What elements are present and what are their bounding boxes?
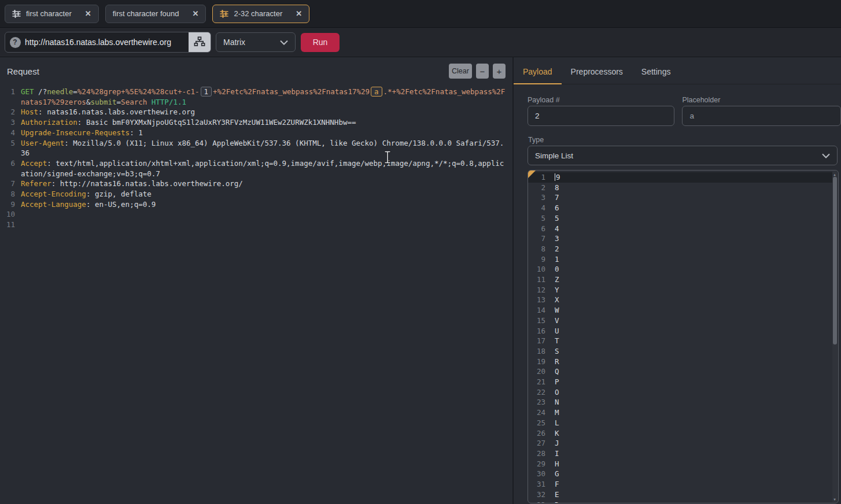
placeholder-input[interactable] bbox=[682, 106, 841, 126]
list-item: 18S bbox=[528, 346, 832, 357]
line-number: 31 bbox=[528, 479, 545, 490]
sitemap-button[interactable] bbox=[189, 32, 211, 52]
line-number: 11 bbox=[0, 220, 15, 230]
sliders-icon bbox=[220, 10, 228, 18]
scroll-up-icon[interactable]: ▲ bbox=[832, 172, 837, 176]
placeholder-marker[interactable]: 1 bbox=[201, 87, 212, 97]
decrease-font-button[interactable]: − bbox=[476, 64, 489, 79]
placeholder-label: Placeholder bbox=[682, 96, 841, 104]
line-number: 13 bbox=[528, 295, 545, 305]
request-title: Request bbox=[7, 66, 39, 76]
list-item-value: V bbox=[555, 316, 559, 326]
list-item-value: 7 bbox=[555, 192, 559, 203]
request-editor[interactable]: 1GET /?needle=%24%28grep+%5E%24%28cut+-c… bbox=[0, 85, 512, 230]
url-input[interactable] bbox=[25, 32, 189, 52]
code-line: 7Referer: http://natas16.natas.labs.over… bbox=[0, 179, 512, 189]
list-item: 11Z bbox=[528, 275, 832, 285]
payload-panel: PayloadPreprocessorsSettings Payload # P… bbox=[514, 57, 841, 504]
list-item: 14W bbox=[528, 305, 832, 316]
code-segment bbox=[147, 98, 152, 106]
text-caret bbox=[555, 173, 555, 181]
close-icon[interactable]: ✕ bbox=[296, 9, 302, 18]
list-scrollbar-thumb[interactable] bbox=[833, 177, 837, 344]
code-segment: Search bbox=[121, 98, 147, 106]
list-item-value: H bbox=[555, 459, 559, 469]
attack-toolbar: ? Matrix Run bbox=[0, 28, 841, 57]
line-number: 22 bbox=[528, 387, 545, 398]
request-panel: Request Clear − + 1GET /?needle=%24%28gr… bbox=[0, 57, 512, 504]
list-item-value: W bbox=[555, 305, 559, 316]
connection-info-button[interactable]: ? bbox=[5, 32, 25, 52]
payload-number-input[interactable] bbox=[528, 106, 674, 126]
payload-list-editor[interactable]: 19283746556473829110011Z12Y13X14W15V16U1… bbox=[528, 170, 839, 503]
list-item-value: P bbox=[555, 377, 559, 387]
code-segment: submit bbox=[90, 98, 116, 106]
line-number: 4 bbox=[528, 203, 545, 213]
line-number bbox=[0, 97, 15, 108]
list-scrollbar[interactable]: ▲ ▼ bbox=[832, 171, 838, 502]
code-line: 8Accept-Encoding: gzip, deflate bbox=[0, 189, 512, 199]
code-segment: : http://natas16.natas.labs.overthewire.… bbox=[51, 179, 243, 188]
scroll-down-icon[interactable]: ▼ bbox=[832, 497, 837, 501]
active-placeholder-marker[interactable]: a bbox=[371, 87, 382, 97]
list-item: 12Y bbox=[528, 285, 832, 295]
list-item-value: M bbox=[555, 407, 559, 418]
session-tab-label: first character found bbox=[113, 9, 179, 18]
list-item-value: L bbox=[555, 418, 559, 428]
sliders-icon bbox=[12, 10, 21, 18]
type-label: Type bbox=[528, 136, 841, 144]
code-segment: : Basic bmF0YXMxNjpoUGtqS1l2aUxRY3RFVzMz… bbox=[78, 118, 356, 127]
strategy-select[interactable]: Matrix bbox=[216, 32, 296, 52]
payload-subtab-payload[interactable]: Payload bbox=[514, 67, 562, 84]
list-item: 24M bbox=[528, 407, 832, 418]
list-item: 19 bbox=[528, 172, 832, 183]
code-segment: Accept-Encoding bbox=[21, 190, 86, 198]
clear-button[interactable]: Clear bbox=[449, 64, 472, 79]
run-button[interactable]: Run bbox=[301, 33, 340, 52]
list-item: 28I bbox=[528, 449, 832, 459]
line-number: 16 bbox=[528, 326, 545, 336]
list-item: 25L bbox=[528, 418, 832, 428]
code-segment: = bbox=[117, 98, 121, 106]
code-line: 4Upgrade-Insecure-Requests: 1 bbox=[0, 128, 512, 138]
code-line: 9Accept-Language: en-US,en;q=0.9 bbox=[0, 199, 512, 210]
increase-font-button[interactable]: + bbox=[493, 64, 506, 79]
list-item-value: G bbox=[555, 469, 559, 479]
line-number: 10 bbox=[0, 209, 15, 220]
type-select-value: Simple List bbox=[535, 151, 573, 160]
payload-subtab-settings[interactable]: Settings bbox=[632, 67, 680, 84]
code-segment: /? bbox=[34, 87, 47, 96]
line-number: 2 bbox=[528, 183, 545, 193]
close-icon[interactable]: ✕ bbox=[193, 9, 199, 18]
session-tab[interactable]: first character✕ bbox=[5, 5, 99, 23]
line-number: 8 bbox=[528, 244, 545, 254]
session-tab-label: first character bbox=[26, 9, 72, 18]
session-tab[interactable]: first character found✕ bbox=[105, 5, 206, 23]
list-item-value: D bbox=[555, 500, 559, 504]
line-number: 28 bbox=[528, 449, 545, 459]
line-number: 4 bbox=[0, 128, 15, 138]
line-number: 14 bbox=[528, 305, 545, 316]
code-segment: natas17%29zeros bbox=[21, 98, 86, 106]
list-item-value: I bbox=[555, 449, 559, 459]
list-item: 30G bbox=[528, 469, 832, 479]
list-item: 28 bbox=[528, 183, 832, 193]
type-select[interactable]: Simple List bbox=[528, 146, 838, 165]
line-number: 19 bbox=[528, 357, 545, 367]
line-number: 24 bbox=[528, 407, 545, 418]
code-segment: %24%28grep+%5E%24%28cut+-c1- bbox=[78, 87, 200, 96]
close-icon[interactable]: ✕ bbox=[85, 9, 91, 18]
list-item-value: 0 bbox=[555, 264, 559, 275]
request-header: Request Clear − + bbox=[0, 57, 512, 85]
list-item-value: 4 bbox=[555, 224, 559, 234]
payload-subtab-preprocessors[interactable]: Preprocessors bbox=[562, 67, 632, 84]
list-item: 64 bbox=[528, 224, 832, 234]
code-segment: needle bbox=[47, 87, 73, 96]
chevron-down-icon bbox=[822, 151, 830, 160]
session-tab-label: 2-32 character bbox=[234, 9, 282, 18]
code-line: ation/signed-exchange;v=b3;q=0.7 bbox=[0, 169, 512, 179]
line-number: 20 bbox=[528, 366, 545, 377]
line-number bbox=[0, 169, 15, 179]
line-number: 33 bbox=[528, 500, 545, 504]
session-tab[interactable]: 2-32 character✕ bbox=[212, 5, 309, 23]
